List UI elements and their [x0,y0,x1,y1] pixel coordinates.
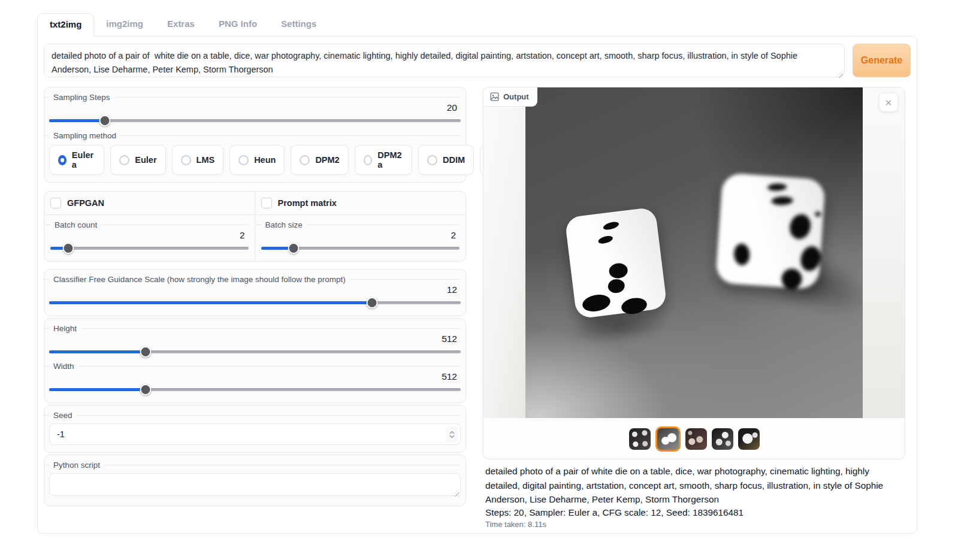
tab-img2img[interactable]: img2img [94,13,155,36]
sampler-option-label: DPM2 a [377,150,403,169]
generated-image[interactable] [525,87,863,418]
cfg-scale-label: Classifier Free Guidance Scale (how stro… [49,275,461,284]
slider-fill [49,350,146,353]
radio-icon [427,155,437,165]
chevron-down-icon [449,435,455,438]
sampling-method-label: Sampling method [49,131,461,140]
batch-count-value: 2 [50,230,249,241]
slider-thumb[interactable] [367,297,378,308]
slider-thumb[interactable] [288,243,300,254]
txt2img-panel: detailed photo of a pair of white die on… [37,36,917,534]
radio-icon [119,155,129,165]
tab-bar: txt2img img2img Extras PNG Info Settings [37,13,917,36]
radio-icon [300,155,310,165]
caption-params: Steps: 20, Sampler: Euler a, CFG scale: … [485,507,903,518]
prompt-matrix-label: Prompt matrix [278,198,337,208]
batch-size-slider[interactable] [261,242,460,254]
image-blur-edge-left [483,87,525,418]
slider-thumb[interactable] [140,384,152,395]
radio-icon [238,155,249,165]
seed-group: Seed [44,405,466,453]
sampler-option-label: Heun [254,155,276,165]
python-script-group: Python script [44,455,466,506]
tab-png-info[interactable]: PNG Info [207,13,269,36]
height-slider[interactable] [49,346,461,358]
image-icon [490,92,499,101]
prompt-matrix-option[interactable]: Prompt matrix [255,192,466,215]
sampling-steps-slider[interactable] [49,114,461,126]
sampling-group: Sampling Steps 20 Sampling method Euler … [44,87,466,183]
tab-extras[interactable]: Extras [155,13,207,36]
slider-track[interactable] [49,119,461,122]
sampler-option-label: Euler a [72,150,95,169]
python-script-label: Python script [49,461,461,470]
slider-thumb[interactable] [62,243,74,254]
die-left [564,207,667,319]
tab-settings[interactable]: Settings [269,13,328,36]
close-output-button[interactable]: ✕ [880,93,897,111]
output-label: Output [503,92,529,101]
height-value: 512 [49,334,461,344]
sampler-option-ddim[interactable]: DDIM [418,145,474,175]
sampler-option-label: DDIM [443,155,465,165]
sampler-option-dpm2-a[interactable]: DPM2 a [355,145,412,175]
batch-count-slider[interactable] [50,242,249,254]
batch-size-label: Batch size [261,220,460,229]
seed-stepper[interactable] [446,426,458,442]
die-right [715,172,826,290]
gfpgan-label: GFPGAN [67,198,104,208]
gallery-thumbnails [483,418,905,459]
python-script-input[interactable] [49,473,461,496]
sampler-option-euler[interactable]: Euler [110,145,165,175]
output-image-stage [483,87,905,418]
cfg-scale-value: 12 [49,284,461,295]
gallery-thumbnail-3[interactable] [685,428,707,450]
radio-icon [364,155,373,165]
slider-thumb[interactable] [99,115,110,126]
dimensions-group: Height 512 Width 512 [44,318,466,403]
slider-track[interactable] [50,247,249,250]
gfpgan-option[interactable]: GFPGAN [44,192,255,215]
width-value: 512 [49,371,461,382]
gallery-thumbnail-2-selected[interactable] [655,426,681,452]
sampler-option-label: DPM2 [315,155,339,165]
image-blur-edge-right [863,87,905,418]
width-label: Width [49,362,461,371]
cfg-scale-group: Classifier Free Guidance Scale (how stro… [44,269,466,316]
app: txt2img img2img Extras PNG Info Settings… [37,13,917,534]
sampler-option-lms[interactable]: LMS [172,145,224,175]
gfpgan-checkbox[interactable] [50,198,61,208]
prompt-row: detailed photo of a pair of white die on… [44,44,911,80]
caption-time-taken: Time taken: 8.11s [485,520,903,529]
sampler-option-euler-a[interactable]: Euler a [49,145,104,175]
gallery-thumbnail-4[interactable] [712,428,733,450]
sampling-steps-value: 20 [49,102,461,113]
output-panel: Output ✕ [483,87,905,459]
sampling-method-options: Euler a Euler LMS Heun [49,145,461,175]
sampler-option-label: Euler [135,155,156,165]
prompt-textarea-wrap: detailed photo of a pair of white die on… [44,44,845,80]
width-slider[interactable] [49,383,461,395]
generate-button[interactable]: Generate [853,44,911,77]
sampler-option-dpm2[interactable]: DPM2 [291,145,348,175]
sampling-steps-label: Sampling Steps [49,93,461,102]
prompt-input[interactable]: detailed photo of a pair of white die on… [44,44,845,77]
gallery-thumbnail-1[interactable] [629,428,651,450]
chevron-up-icon [449,431,455,434]
slider-thumb[interactable] [140,346,152,358]
batch-count-label: Batch count [50,220,249,229]
sampler-option-heun[interactable]: Heun [229,145,285,175]
prompt-matrix-checkbox[interactable] [261,198,272,208]
tab-txt2img[interactable]: txt2img [37,13,94,37]
radio-icon [181,155,191,165]
generation-info: detailed photo of a pair of white die on… [483,459,905,529]
slider-fill [49,388,146,391]
caption-prompt: detailed photo of a pair of white die on… [485,464,903,507]
batch-size-cell: Batch size 2 [255,215,466,261]
height-label: Height [49,324,461,333]
gallery-thumbnail-5[interactable] [738,428,760,450]
seed-label: Seed [49,411,461,420]
output-label-chip: Output [483,87,537,107]
seed-input[interactable] [49,423,461,445]
cfg-scale-slider[interactable] [49,296,461,308]
